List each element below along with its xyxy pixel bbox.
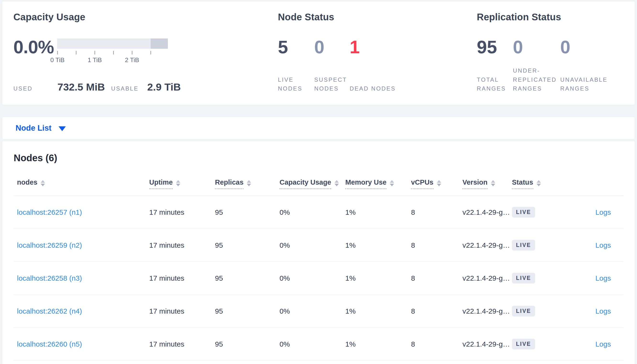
node-list-dropdown[interactable]: Node List <box>16 124 66 132</box>
node-address-cell: localhost:26258 (n3) <box>14 274 149 282</box>
table-row: localhost:26258 (n3) 17 minutes 95 0% 1%… <box>14 262 623 295</box>
under-replicated-ranges-value: 0 <box>513 38 555 56</box>
version-cell: v22.1.4-29-g… <box>462 274 512 282</box>
total-ranges-stat: 95 TOTAL RANGES <box>477 38 513 93</box>
sort-icon <box>390 180 394 186</box>
column-header-capacity-usage[interactable]: Capacity Usage <box>279 178 345 189</box>
column-header-vcpus[interactable]: vCPUs <box>411 178 462 189</box>
uptime-cell: 17 minutes <box>149 274 215 282</box>
axis-label-0tib: 0 TiB <box>51 56 65 64</box>
node-address-link[interactable]: localhost:26258 (n3) <box>17 274 82 282</box>
sort-icon <box>537 180 541 186</box>
logs-link[interactable]: Logs <box>595 208 611 216</box>
column-header-version[interactable]: Version <box>462 178 512 189</box>
memory-use-cell: 1% <box>345 340 411 348</box>
column-header-memory-use[interactable]: Memory Use <box>345 178 411 189</box>
used-value: 732.5 MiB <box>57 81 105 93</box>
capacity-gauge: 0.0% 0 TiB 1 TiB <box>14 38 278 64</box>
status-badge: LIVE <box>512 240 535 250</box>
capacity-axis-labels: 0 TiB 1 TiB 2 TiB <box>57 56 168 64</box>
node-address-cell: localhost:26257 (n1) <box>14 208 149 216</box>
cluster-summary-card: Capacity Usage 0.0% <box>2 1 635 105</box>
node-address-link[interactable]: localhost:26257 (n1) <box>17 208 82 216</box>
uptime-cell: 17 minutes <box>149 241 215 249</box>
replication-stats: 95 TOTAL RANGES 0 UNDER-REPLICATED RANGE… <box>477 38 623 93</box>
nodes-panel: Nodes (6) nodes Uptime Replicas Capacity… <box>2 141 635 364</box>
table-row: localhost:26257 (n1) 17 minutes 95 0% 1%… <box>14 196 623 229</box>
table-header-row: nodes Uptime Replicas Capacity Usage Mem… <box>14 172 623 196</box>
logs-link[interactable]: Logs <box>595 274 611 282</box>
dead-nodes-stat: 1 DEAD NODES <box>350 38 401 93</box>
unavailable-ranges-label: UNAVAILABLE RANGES <box>560 75 618 93</box>
status-badge: LIVE <box>512 306 535 316</box>
live-nodes-value: 5 <box>278 38 309 56</box>
status-cell: LIVE <box>512 240 566 250</box>
replicas-cell: 95 <box>215 307 279 315</box>
vcpus-cell: 8 <box>411 241 462 249</box>
node-address-link[interactable]: localhost:26260 (n5) <box>17 340 82 348</box>
logs-cell: Logs <box>566 241 623 249</box>
capacity-usage-cell: 0% <box>279 340 345 348</box>
replication-status-title: Replication Status <box>477 11 623 23</box>
sort-icon <box>41 180 45 186</box>
sort-icon <box>491 180 495 186</box>
cluster-overview-page: Capacity Usage 0.0% <box>0 0 637 364</box>
replicas-cell: 95 <box>215 208 279 216</box>
memory-use-cell: 1% <box>345 208 411 216</box>
axis-label-1tib: 1 TiB <box>88 56 102 64</box>
uptime-cell: 17 minutes <box>149 208 215 216</box>
total-ranges-value: 95 <box>477 38 508 56</box>
used-label: USED <box>14 85 33 92</box>
table-body: localhost:26257 (n1) 17 minutes 95 0% 1%… <box>14 196 623 361</box>
version-cell: v22.1.4-29-g… <box>462 307 512 315</box>
logs-cell: Logs <box>566 340 623 348</box>
view-selector-bar: Node List <box>2 116 635 140</box>
live-nodes-stat: 5 LIVE NODES <box>278 38 314 93</box>
axis-label-2tib: 2 TiB <box>125 56 139 64</box>
capacity-axis-ticks <box>57 51 168 55</box>
node-address-link[interactable]: localhost:26259 (n2) <box>17 241 82 249</box>
column-header-replicas[interactable]: Replicas <box>215 178 279 189</box>
table-row: localhost:26259 (n2) 17 minutes 95 0% 1%… <box>14 229 623 262</box>
column-header-uptime[interactable]: Uptime <box>149 178 215 189</box>
node-list-dropdown-label: Node List <box>16 124 51 132</box>
dead-nodes-value: 1 <box>350 38 396 56</box>
node-status-title: Node Status <box>278 11 477 23</box>
logs-link[interactable]: Logs <box>595 307 611 315</box>
sort-icon <box>437 180 441 186</box>
status-cell: LIVE <box>512 306 566 316</box>
logs-link[interactable]: Logs <box>595 340 611 348</box>
table-row: localhost:26260 (n5) 17 minutes 95 0% 1%… <box>14 328 623 361</box>
node-address-link[interactable]: localhost:26262 (n4) <box>17 307 82 315</box>
capacity-used-summary: USED 732.5 MiB USABLE 2.9 TiB <box>14 81 278 93</box>
capacity-bar-chart: 0 TiB 1 TiB 2 TiB <box>57 38 168 64</box>
capacity-usage-panel: Capacity Usage 0.0% <box>2 1 278 105</box>
dead-nodes-label: DEAD NODES <box>350 84 396 93</box>
unavailable-ranges-stat: 0 UNAVAILABLE RANGES <box>560 38 623 93</box>
sort-icon <box>335 180 339 186</box>
total-ranges-label: TOTAL RANGES <box>477 75 508 93</box>
memory-use-cell: 1% <box>345 274 411 282</box>
sort-icon <box>247 180 251 186</box>
status-cell: LIVE <box>512 207 566 218</box>
version-cell: v22.1.4-29-g… <box>462 340 512 348</box>
column-header-status[interactable]: Status <box>512 178 566 189</box>
capacity-usage-title: Capacity Usage <box>14 11 278 23</box>
capacity-usage-cell: 0% <box>279 307 345 315</box>
node-address-cell: localhost:26259 (n2) <box>14 241 149 249</box>
logs-cell: Logs <box>566 208 623 216</box>
nodes-heading: Nodes (6) <box>14 152 623 163</box>
uptime-cell: 17 minutes <box>149 307 215 315</box>
suspect-nodes-label: SUSPECT NODES <box>314 75 345 93</box>
live-nodes-label: LIVE NODES <box>278 75 309 93</box>
suspect-nodes-value: 0 <box>314 38 345 56</box>
logs-cell: Logs <box>566 274 623 282</box>
memory-use-cell: 1% <box>345 307 411 315</box>
status-cell: LIVE <box>512 339 566 350</box>
suspect-nodes-stat: 0 SUSPECT NODES <box>314 38 350 93</box>
chevron-down-icon <box>59 126 66 131</box>
replicas-cell: 95 <box>215 340 279 348</box>
logs-link[interactable]: Logs <box>595 241 611 249</box>
replicas-cell: 95 <box>215 274 279 282</box>
column-header-nodes[interactable]: nodes <box>14 178 149 189</box>
